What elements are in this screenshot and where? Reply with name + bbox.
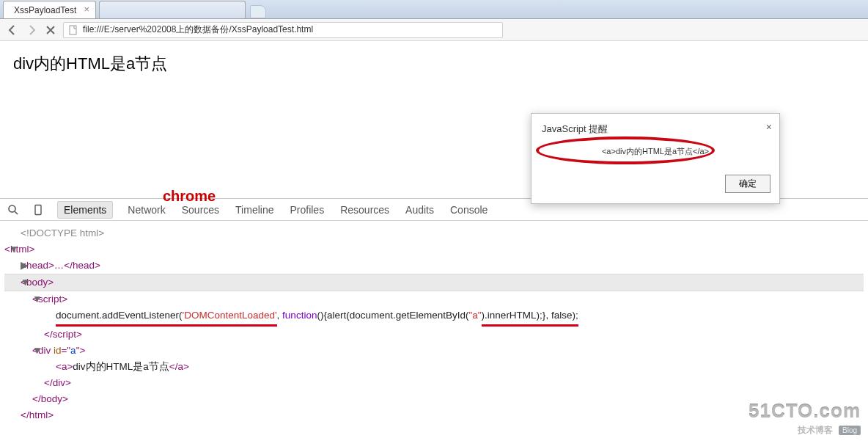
dom-script-content: document.addEventListener('DOMContentLoa…: [4, 307, 864, 327]
js-alert-dialog: JavaScript 提醒 × <a>div内的HTML是a节点</a> 确定: [531, 113, 780, 204]
search-icon[interactable]: [7, 204, 19, 216]
close-icon[interactable]: ×: [82, 5, 91, 14]
page-title: div内的HTML是a节点: [13, 53, 855, 75]
caret-icon[interactable]: ▼: [32, 343, 40, 359]
alert-heading: JavaScript 提醒 ×: [532, 114, 779, 140]
svg-rect-0: [70, 26, 76, 34]
dom-a-node: <a>div内的HTML是a节点</a>: [4, 359, 864, 375]
close-icon[interactable]: ×: [766, 121, 772, 133]
dom-script-close: </script>: [44, 329, 82, 340]
dom-body-close: </body>: [32, 393, 68, 404]
dom-head: <head>…</head>: [21, 260, 100, 271]
tab-audits[interactable]: Audits: [404, 201, 435, 219]
devtools-dom-tree[interactable]: <!DOCTYPE html> ▼<html> ▶<head>…</head> …: [0, 221, 868, 431]
browser-tabstrip: XssPayloadTest ×: [0, 0, 868, 19]
device-icon[interactable]: [32, 204, 44, 216]
caret-icon[interactable]: ▼: [9, 241, 16, 258]
alert-ok-button[interactable]: 确定: [725, 175, 770, 193]
caret-icon[interactable]: ▼: [32, 291, 40, 307]
tab-console[interactable]: Console: [449, 201, 489, 219]
devtools-panel: Elements Network Sources Timeline Profil…: [0, 198, 868, 431]
tab-profiles[interactable]: Profiles: [288, 201, 326, 219]
tab-title: XssPayloadTest: [14, 5, 76, 15]
caret-icon[interactable]: ▼: [21, 274, 28, 291]
dom-html-close: </html>: [21, 409, 54, 420]
annotation-chrome: chrome: [163, 188, 216, 205]
dom-doctype: <!DOCTYPE html>: [21, 227, 104, 238]
alert-message: <a>div内的HTML是a节点</a>: [602, 147, 709, 156]
tab-resources[interactable]: Resources: [339, 201, 391, 219]
browser-tab-xsspayloadtest[interactable]: XssPayloadTest ×: [3, 1, 96, 18]
alert-body: <a>div内的HTML是a节点</a>: [532, 140, 779, 169]
svg-rect-2: [35, 205, 41, 214]
tab-elements[interactable]: Elements: [57, 201, 113, 219]
dom-div-close: </div>: [44, 377, 71, 388]
svg-point-1: [9, 205, 15, 212]
stop-reload-button[interactable]: [44, 23, 57, 37]
page-viewport: div内的HTML是a节点 chrome JavaScript 提醒 × <a>…: [0, 41, 868, 198]
address-bar[interactable]: file:///E:/server%202008上的数据备份/XssPayloa…: [63, 22, 503, 38]
page-icon: [68, 25, 78, 35]
caret-icon[interactable]: ▶: [21, 258, 28, 274]
tab-timeline[interactable]: Timeline: [234, 201, 275, 219]
forward-button[interactable]: [25, 23, 38, 37]
browser-toolbar: file:///E:/server%202008上的数据备份/XssPayloa…: [0, 19, 868, 41]
alert-footer: 确定: [532, 169, 779, 203]
tab-network[interactable]: Network: [126, 201, 166, 219]
new-tab-button[interactable]: [250, 5, 266, 18]
browser-tab-inactive[interactable]: [99, 1, 246, 18]
back-button[interactable]: [6, 23, 19, 37]
url-text: file:///E:/server%202008上的数据备份/XssPayloa…: [83, 23, 313, 36]
